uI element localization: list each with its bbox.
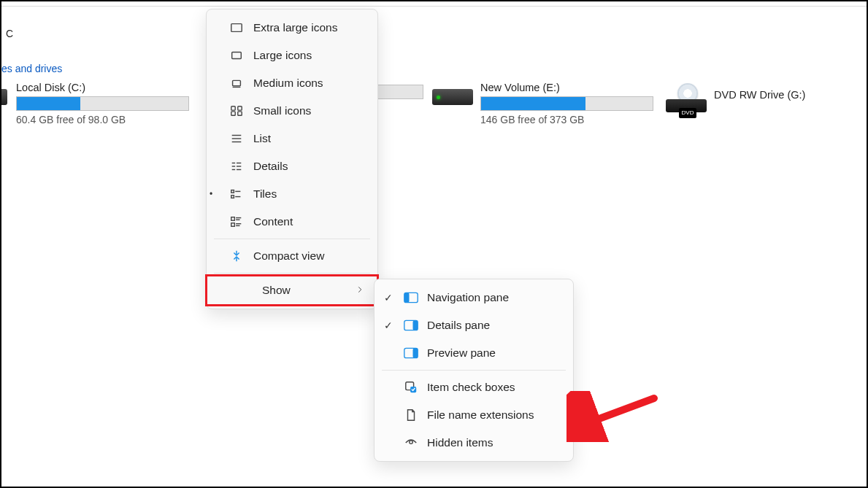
svg-rect-4 xyxy=(231,106,235,110)
annotation-arrow-icon xyxy=(566,391,661,442)
menu-item-medium-icons[interactable]: Medium icons xyxy=(210,69,375,97)
svg-rect-17 xyxy=(231,190,234,193)
eye-icon xyxy=(404,436,418,449)
menu-item-content[interactable]: Content xyxy=(210,208,375,236)
svg-rect-30 xyxy=(404,293,410,302)
svg-point-37 xyxy=(410,441,413,444)
menu-label: Content xyxy=(253,215,364,228)
breadcrumb: C xyxy=(1,28,13,39)
small-icons-icon xyxy=(230,104,243,117)
menu-item-small-icons[interactable]: Small icons xyxy=(210,97,375,125)
submenu-item-check-boxes[interactable]: Item check boxes xyxy=(377,373,570,401)
submenu-item-navigation-pane[interactable]: ✓ Navigation pane xyxy=(377,284,570,311)
drive-new-volume-e[interactable]: New Volume (E:) 146 GB free of 373 GB xyxy=(432,82,658,125)
file-icon xyxy=(404,408,418,422)
svg-rect-24 xyxy=(231,223,235,227)
hdd-icon xyxy=(1,89,7,105)
section-devices-label: es and drives xyxy=(1,63,62,74)
submenu-item-hidden-items[interactable]: Hidden items xyxy=(377,429,570,457)
drives-row: Local Disk (C:) 60.4 GB free of 98.0 GB … xyxy=(1,82,867,140)
svg-rect-0 xyxy=(231,24,242,32)
menu-label: Preview pane xyxy=(427,346,560,360)
menu-label: Hidden items xyxy=(427,436,560,449)
menu-label: Compact view xyxy=(253,249,364,263)
menu-label: Details pane xyxy=(427,319,560,332)
svg-rect-5 xyxy=(238,106,242,110)
drive-dvd-g[interactable]: DVD DVD RW Drive (G:) xyxy=(666,82,848,111)
capacity-bar xyxy=(16,96,189,111)
compact-view-icon xyxy=(230,249,243,263)
menu-label: List xyxy=(253,132,364,145)
svg-line-38 xyxy=(580,398,654,426)
drive-free-text: 60.4 GB free of 98.0 GB xyxy=(16,114,189,125)
drive-name: DVD RW Drive (G:) xyxy=(714,89,805,101)
menu-item-tiles[interactable]: • Tiles xyxy=(210,180,375,208)
content-icon xyxy=(230,215,243,228)
capacity-bar xyxy=(480,96,653,111)
large-icons-icon xyxy=(230,49,243,62)
hdd-icon xyxy=(432,89,473,105)
drive-local-c[interactable]: Local Disk (C:) 60.4 GB free of 98.0 GB xyxy=(1,82,199,125)
selected-bullet-icon: • xyxy=(209,189,213,199)
menu-separator xyxy=(214,273,370,274)
checkboxes-icon xyxy=(404,381,418,394)
menu-separator xyxy=(382,370,566,371)
menu-item-details[interactable]: Details xyxy=(210,152,375,180)
check-icon: ✓ xyxy=(382,292,395,303)
submenu-item-details-pane[interactable]: ✓ Details pane xyxy=(377,311,570,339)
menu-item-list[interactable]: List xyxy=(210,125,375,152)
svg-rect-21 xyxy=(231,217,235,221)
menu-label: Small icons xyxy=(253,104,364,117)
pane-right-icon xyxy=(404,347,418,359)
dvd-icon: DVD xyxy=(666,83,707,112)
menu-label: Navigation pane xyxy=(427,291,560,304)
menu-item-extra-large-icons[interactable]: Extra large icons xyxy=(210,14,375,42)
medium-icons-icon xyxy=(230,77,243,90)
svg-rect-34 xyxy=(413,348,418,357)
check-icon: ✓ xyxy=(382,319,395,331)
drive-free-text: 146 GB free of 373 GB xyxy=(480,114,653,125)
drive-name: New Volume (E:) xyxy=(480,82,653,93)
menu-item-large-icons[interactable]: Large icons xyxy=(210,42,375,69)
show-submenu: ✓ Navigation pane ✓ Details pane Preview… xyxy=(374,279,574,462)
menu-item-compact-view[interactable]: Compact view xyxy=(210,242,375,270)
submenu-item-preview-pane[interactable]: Preview pane xyxy=(377,339,570,367)
menu-separator xyxy=(214,239,370,239)
menu-label: Medium icons xyxy=(253,77,364,90)
menu-label: Details xyxy=(253,160,364,173)
chevron-right-icon xyxy=(356,285,364,296)
submenu-item-file-name-extensions[interactable]: File name extensions xyxy=(377,401,570,429)
svg-rect-32 xyxy=(413,320,418,330)
menu-label: Large icons xyxy=(253,49,364,62)
tiles-icon xyxy=(230,187,243,201)
menu-label: Show xyxy=(262,284,345,297)
menu-label: Extra large icons xyxy=(253,21,364,34)
details-icon xyxy=(230,160,243,173)
drive-name: Local Disk (C:) xyxy=(16,82,189,93)
menu-label: File name extensions xyxy=(427,408,560,422)
pane-right-icon xyxy=(404,319,418,331)
menu-label: Item check boxes xyxy=(427,381,560,394)
svg-rect-1 xyxy=(232,53,242,59)
menu-item-show[interactable]: · Show xyxy=(207,276,377,304)
svg-rect-7 xyxy=(238,112,242,115)
svg-rect-6 xyxy=(231,112,235,115)
menu-label: Tiles xyxy=(253,187,364,201)
pane-left-icon xyxy=(404,292,418,303)
view-context-menu: Extra large icons Large icons Medium ico… xyxy=(206,9,378,309)
svg-rect-19 xyxy=(231,195,234,198)
extra-large-icons-icon xyxy=(230,21,243,34)
svg-rect-2 xyxy=(233,80,241,85)
list-icon xyxy=(230,132,243,145)
